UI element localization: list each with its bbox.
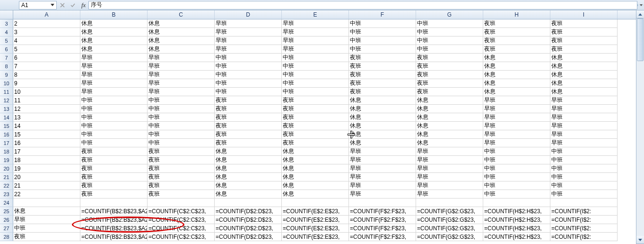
- cell[interactable]: 休息: [483, 71, 550, 79]
- cell[interactable]: 中班: [80, 96, 148, 105]
- row-header[interactable]: 13: [0, 105, 13, 113]
- cell[interactable]: 休息: [148, 45, 215, 54]
- row-header[interactable]: 5: [0, 36, 13, 45]
- column-header-B[interactable]: B: [80, 10, 148, 19]
- cell[interactable]: 早班: [550, 122, 618, 130]
- cell[interactable]: =COUNTIF(C$2:C$23,: [148, 207, 215, 216]
- cell[interactable]: 早班: [483, 96, 550, 105]
- cell[interactable]: 早班: [215, 28, 282, 36]
- cell[interactable]: 10: [13, 88, 80, 96]
- cell[interactable]: =COUNTIF(I$2:: [550, 207, 618, 216]
- cell[interactable]: =COUNTIF(C$2:C$23,: [148, 224, 215, 233]
- cell[interactable]: 20: [13, 173, 80, 181]
- cell[interactable]: 夜班: [80, 173, 148, 181]
- cell[interactable]: 中班: [148, 122, 215, 130]
- cell[interactable]: 5: [13, 45, 80, 54]
- cell[interactable]: =COUNTIF(B$2:B$23,$A25): [80, 207, 148, 216]
- cell[interactable]: 中班: [349, 45, 416, 54]
- cell[interactable]: 夜班: [148, 156, 215, 164]
- cell[interactable]: 休息: [80, 36, 148, 45]
- cell[interactable]: 夜班: [550, 36, 618, 45]
- cell[interactable]: =COUNTIF(F$2:F$23,: [349, 233, 416, 241]
- column-header-E[interactable]: E: [282, 10, 349, 19]
- cell[interactable]: 11: [13, 96, 80, 105]
- cell[interactable]: =COUNTIF(B$2:B$23,$A28): [80, 233, 148, 241]
- scroll-up-button[interactable]: [636, 10, 644, 18]
- cell[interactable]: 中班: [215, 71, 282, 79]
- cell[interactable]: 早班: [550, 96, 618, 105]
- cell[interactable]: 休息: [416, 122, 483, 130]
- cell[interactable]: 早班: [483, 113, 550, 122]
- cell[interactable]: 夜班: [416, 54, 483, 62]
- cell[interactable]: 中班: [416, 45, 483, 54]
- cell[interactable]: [349, 199, 416, 207]
- row-header[interactable]: 3: [0, 19, 13, 28]
- cell[interactable]: 7: [13, 62, 80, 71]
- cell[interactable]: =COUNTIF(H$2:H$23,: [483, 224, 550, 233]
- cell[interactable]: 中班: [80, 130, 148, 139]
- cell[interactable]: [215, 199, 282, 207]
- cell[interactable]: 夜班: [148, 190, 215, 199]
- cancel-formula-button[interactable]: [58, 1, 67, 9]
- cell[interactable]: 中班: [416, 19, 483, 28]
- row-header[interactable]: 12: [0, 96, 13, 105]
- cell[interactable]: 夜班: [80, 156, 148, 164]
- cell[interactable]: 中班: [483, 156, 550, 164]
- cell[interactable]: 中班: [416, 36, 483, 45]
- row-header[interactable]: 8: [0, 62, 13, 71]
- cell[interactable]: 休息: [349, 113, 416, 122]
- row-header[interactable]: 15: [0, 122, 13, 130]
- cell[interactable]: 夜班: [349, 54, 416, 62]
- cell[interactable]: 15: [13, 130, 80, 139]
- cell[interactable]: 中班: [550, 181, 618, 190]
- cell[interactable]: 早班: [483, 130, 550, 139]
- cell[interactable]: =COUNTIF(I$2:: [550, 216, 618, 224]
- cell[interactable]: 中班: [282, 71, 349, 79]
- cell[interactable]: =COUNTIF(E$2:E$23,: [282, 233, 349, 241]
- cell[interactable]: 夜班: [282, 105, 349, 113]
- cell[interactable]: 中班: [483, 181, 550, 190]
- cell[interactable]: 休息: [215, 181, 282, 190]
- cell[interactable]: 夜班: [483, 28, 550, 36]
- cell[interactable]: 中班: [550, 190, 618, 199]
- cell[interactable]: 早班: [148, 54, 215, 62]
- cell[interactable]: [80, 199, 148, 207]
- cell[interactable]: 中班: [215, 54, 282, 62]
- cell[interactable]: 夜班: [483, 19, 550, 28]
- row-header[interactable]: 14: [0, 113, 13, 122]
- cell[interactable]: =COUNTIF(E$2:E$23,: [282, 224, 349, 233]
- cell[interactable]: 休息: [416, 96, 483, 105]
- cell[interactable]: 早班: [80, 88, 148, 96]
- row-header[interactable]: 19: [0, 156, 13, 164]
- row-header[interactable]: 28: [0, 233, 13, 241]
- cell[interactable]: 12: [13, 105, 80, 113]
- row-header[interactable]: 7: [0, 54, 13, 62]
- vertical-scrollbar[interactable]: [636, 10, 644, 244]
- row-header[interactable]: 16: [0, 130, 13, 139]
- cell[interactable]: 早班: [550, 130, 618, 139]
- cell[interactable]: 夜班: [282, 113, 349, 122]
- cell[interactable]: 夜班: [215, 105, 282, 113]
- cell[interactable]: =COUNTIF(G$2:G$23,: [416, 207, 483, 216]
- cell[interactable]: 休息: [148, 19, 215, 28]
- cell[interactable]: 夜班: [282, 122, 349, 130]
- row-header[interactable]: 22: [0, 181, 13, 190]
- cell[interactable]: 夜班: [349, 79, 416, 88]
- column-header-F[interactable]: F: [349, 10, 416, 19]
- cell[interactable]: 早班: [550, 105, 618, 113]
- cell[interactable]: 早班: [416, 147, 483, 156]
- cell[interactable]: 早班: [349, 190, 416, 199]
- cell[interactable]: 早班: [416, 190, 483, 199]
- cell[interactable]: =COUNTIF(H$2:H$23,: [483, 216, 550, 224]
- cell[interactable]: 夜班: [80, 190, 148, 199]
- cell[interactable]: 休息: [148, 36, 215, 45]
- cell[interactable]: 早班: [416, 164, 483, 173]
- cell[interactable]: =COUNTIF(F$2:F$23,: [349, 207, 416, 216]
- cell[interactable]: 早班: [416, 181, 483, 190]
- cell[interactable]: 夜班: [215, 130, 282, 139]
- cell[interactable]: 中班: [349, 36, 416, 45]
- row-header[interactable]: 27: [0, 224, 13, 233]
- cell[interactable]: 夜班: [550, 19, 618, 28]
- row-header[interactable]: 4: [0, 28, 13, 36]
- cell[interactable]: 中班: [148, 113, 215, 122]
